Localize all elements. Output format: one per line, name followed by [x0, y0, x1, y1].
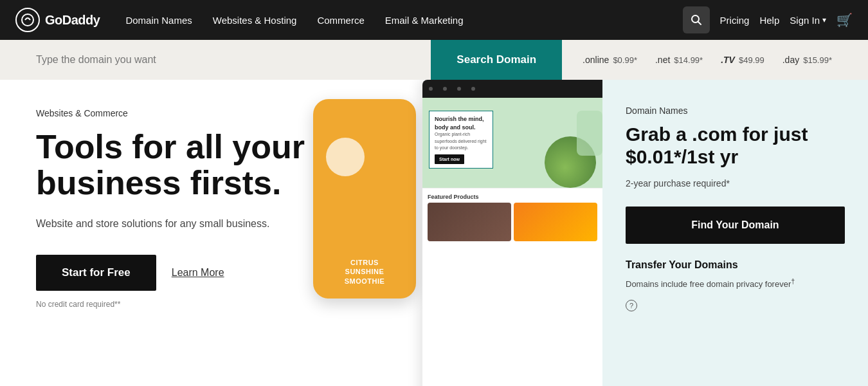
phone-circle-decoration [326, 138, 365, 176]
learn-more-button[interactable]: Learn More [172, 267, 224, 279]
search-domain-button[interactable]: Search Domain [431, 40, 562, 80]
website-mockup: Nourish the mind, body and soul. Organic… [422, 80, 602, 386]
nav-email-marketing[interactable]: Email & Marketing [385, 15, 464, 26]
hero-images: ((•)) CITRUS SUNSHINE SMOOTHIE [281, 80, 602, 386]
logo-text: GoDaddy [45, 13, 100, 28]
tld-tv-price: $49.99 [739, 55, 764, 65]
svg-point-0 [22, 14, 33, 26]
hero-left-panel: Websites & Commerce Tools for all your b… [0, 80, 602, 386]
transfer-desc-text: Domains include free domain privacy fore… [626, 276, 795, 291]
domain-search-input[interactable] [36, 40, 431, 80]
panel-title: Grab a .com for just $0.01*/1st yr [626, 124, 845, 168]
nav-help[interactable]: Help [759, 15, 779, 26]
phone-label-3: SMOOTHIE [345, 277, 385, 286]
tld-online-name: .online [583, 55, 609, 65]
transfer-description: Domains include free domain privacy fore… [626, 276, 845, 291]
featured-label: Featured Products [428, 194, 597, 200]
featured-section: Featured Products [422, 188, 602, 246]
chevron-down-icon: ▾ [822, 15, 826, 24]
tld-online-price: $0.99* [613, 55, 637, 65]
find-your-domain-button[interactable]: Find Your Domain [626, 207, 845, 244]
hero-title: Tools for all your business firsts. [36, 129, 306, 201]
site-nav-dot-4 [471, 87, 475, 91]
site-hero-image: Nourish the mind, body and soul. Organic… [422, 98, 602, 188]
nav-right: Pricing Help Sign In ▾ 🛒 [683, 6, 853, 33]
tld-day-price: $15.99* [803, 55, 832, 65]
tld-online: .online $0.99* [583, 55, 637, 65]
logo[interactable]: GoDaddy [15, 8, 100, 32]
product-thumb-1 [428, 203, 511, 241]
hero-subtitle: Website and store solutions for any smal… [36, 216, 280, 232]
phone-label-2: SUNSHINE [345, 267, 385, 276]
glass-decoration [577, 111, 602, 156]
tld-tv-name: .TV [721, 55, 735, 65]
hero-right-panel: Domain Names Grab a .com for just $0.01*… [602, 80, 868, 386]
hero-section: Websites & Commerce Tools for all your b… [0, 80, 868, 386]
site-cta-button: Start now [435, 154, 464, 165]
site-nav-bar [422, 80, 602, 98]
nav-signin[interactable]: Sign In ▾ [790, 15, 826, 26]
phone-text: CITRUS SUNSHINE SMOOTHIE [345, 258, 385, 286]
product-thumb-2 [514, 203, 597, 241]
nav-domain-names[interactable]: Domain Names [125, 15, 192, 26]
navigation: GoDaddy Domain Names Websites & Hosting … [0, 0, 868, 40]
panel-subtitle: 2-year purchase required* [626, 178, 845, 188]
site-nav-dot-1 [429, 87, 433, 91]
tld-day-name: .day [782, 55, 799, 65]
tld-net: .net $14.99* [655, 55, 703, 65]
site-hero-heading: Nourish the mind, body and soul. [435, 115, 487, 131]
tld-price-list: .online $0.99* .net $14.99* .TV $49.99 .… [583, 55, 832, 65]
site-hero-text-box: Nourish the mind, body and soul. Organic… [429, 111, 493, 169]
signin-label: Sign In [790, 15, 820, 26]
site-nav-dot-3 [457, 87, 461, 91]
phone-mockup: CITRUS SUNSHINE SMOOTHIE [313, 99, 416, 299]
site-nav-dot-2 [443, 87, 447, 91]
panel-category: Domain Names [626, 106, 845, 116]
phone-label-1: CITRUS [345, 258, 385, 267]
cart-icon[interactable]: 🛒 [836, 12, 853, 28]
tld-tv: .TV $49.99 [721, 55, 764, 65]
svg-line-2 [698, 22, 701, 25]
logo-icon [15, 8, 40, 32]
tld-day: .day $15.99* [782, 55, 832, 65]
tld-net-price: $14.99* [674, 55, 703, 65]
site-hero-subtext: Organic plant-rich superfoods delivered … [435, 131, 487, 152]
tld-net-name: .net [655, 55, 670, 65]
product-row [428, 203, 597, 241]
help-icon[interactable]: ? [626, 300, 637, 311]
nav-commerce[interactable]: Commerce [317, 15, 364, 26]
nav-pricing[interactable]: Pricing [720, 15, 750, 26]
start-for-free-button[interactable]: Start for Free [36, 255, 156, 291]
nav-websites-hosting[interactable]: Websites & Hosting [213, 15, 297, 26]
search-bar: Search Domain .online $0.99* .net $14.99… [0, 40, 868, 80]
transfer-title: Transfer Your Domains [626, 259, 845, 271]
nav-search-button[interactable] [683, 6, 710, 33]
